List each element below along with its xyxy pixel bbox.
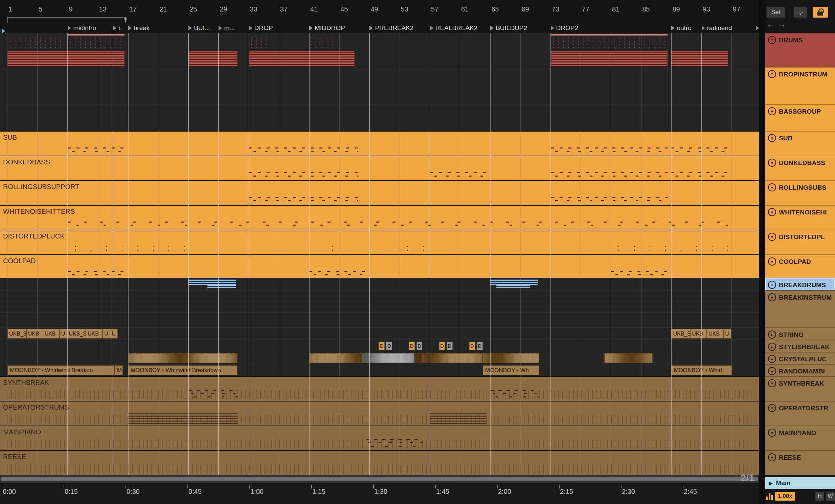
clip-d-gray[interactable]: D <box>477 342 483 350</box>
clip-mlabel[interactable]: MOONBOY - Wh <box>483 365 539 375</box>
horizontal-scrollbar[interactable] <box>0 475 759 483</box>
track-lane-bassgroup[interactable] <box>0 104 759 131</box>
clip-red-line[interactable] <box>68 34 124 36</box>
clip-ukb[interactable]: U <box>60 329 67 339</box>
clip-ukb[interactable]: UKB_S <box>67 329 86 339</box>
clip-dots[interactable] <box>400 245 426 253</box>
track-lane-breakinstrum[interactable] <box>0 290 759 328</box>
clip-wave[interactable] <box>128 353 238 363</box>
clip-marks[interactable] <box>551 145 668 154</box>
track-lane-breakdrums[interactable] <box>0 278 759 290</box>
clip-red-line[interactable] <box>551 34 668 36</box>
group-fold-icon[interactable]: ≡ <box>768 107 776 115</box>
clip-wave[interactable] <box>415 353 483 363</box>
track-lane-reese[interactable]: REESE <box>0 450 759 475</box>
track-fold-icon[interactable]: ▾ <box>768 134 776 142</box>
clip-red-dense[interactable] <box>671 51 728 66</box>
sidebar-track-rollingsubs[interactable]: ▾ROLLINGSUBS <box>765 180 835 205</box>
clip-d-tan[interactable]: D <box>379 342 385 350</box>
clip-d-gray[interactable]: D <box>386 342 392 350</box>
track-lane-whitenoisehitters[interactable]: WHITENOISEHITTERS <box>0 205 759 230</box>
sidebar-track-randomambi[interactable]: ▸RANDOMAMBI <box>765 364 835 376</box>
clip-red-dense[interactable] <box>551 51 668 66</box>
clip-mlabel[interactable]: MOONBOY - Whirl <box>671 365 731 375</box>
clip-marks[interactable] <box>671 145 728 154</box>
clip-ukb[interactable]: U <box>103 329 110 339</box>
zoom-level-selector[interactable]: 1.00x <box>775 492 795 501</box>
clip-marks-sparse[interactable] <box>68 219 728 229</box>
clip-marks[interactable] <box>68 145 124 154</box>
expand-icon[interactable]: ↔ <box>794 7 807 18</box>
clip-notes[interactable] <box>366 438 422 449</box>
track-fold-icon[interactable]: ▾ <box>768 233 776 241</box>
track-lane-operatorstrums[interactable]: OPERATORSTRUMS <box>0 401 759 425</box>
width-zoom-button[interactable]: W <box>826 492 835 501</box>
clip-marks[interactable] <box>430 170 487 179</box>
track-lane-crystalpluc[interactable] <box>0 352 759 364</box>
clip-ukb[interactable]: U <box>110 329 117 339</box>
track-lane-string[interactable]: UKB_SUKBUKBUUKB_SUKBUUUKB_SUKBUKBU <box>0 328 759 340</box>
main-track-row[interactable]: ▶ Main <box>765 477 835 489</box>
clip-d-gray[interactable]: D <box>447 342 453 350</box>
clip-wave[interactable] <box>604 353 653 363</box>
clip-hstr[interactable] <box>430 413 487 424</box>
history-back-button[interactable]: ← <box>766 20 775 29</box>
track-lane-distortedpluck[interactable]: DISTORTEDPLUCK <box>0 230 759 254</box>
sidebar-track-crystalpluc[interactable]: ▸CRYSTALPLUC <box>765 352 835 364</box>
clip-d-tan[interactable]: D <box>439 342 445 350</box>
clip-marks[interactable] <box>249 145 358 154</box>
clip-red-dense[interactable] <box>7 51 124 66</box>
clip-wave-gray[interactable] <box>362 353 415 363</box>
clip-ukb[interactable]: UKB <box>43 329 60 339</box>
sidebar-track-bassgroup[interactable]: ≡BASSGROUP <box>765 104 835 131</box>
height-zoom-button[interactable]: H <box>815 492 824 501</box>
track-lane-drums[interactable] <box>0 33 759 67</box>
track-lane-stylishbreak[interactable]: DDDDDDDD <box>0 340 759 352</box>
clip-marks[interactable] <box>309 269 366 278</box>
sidebar-track-dropinstrum[interactable]: ≡DROPINSTRUM <box>765 67 835 104</box>
clip-hstr[interactable] <box>128 413 238 424</box>
clip-red-dense[interactable] <box>188 51 238 66</box>
clip-dots[interactable] <box>611 245 728 253</box>
clip-wave[interactable] <box>483 353 539 363</box>
clip-red-sparse[interactable] <box>551 37 668 49</box>
sidebar-track-string[interactable]: ▸STRING <box>765 328 835 340</box>
clip-red-sparse[interactable] <box>7 37 64 49</box>
track-fold-icon[interactable]: ▾ <box>768 428 776 437</box>
track-fold-icon[interactable]: ▾ <box>768 208 776 216</box>
clip-red-sparse[interactable] <box>68 37 124 49</box>
sidebar-track-synthbreak[interactable]: ▾SYNTHBREAK <box>765 376 835 401</box>
clip-notes[interactable] <box>490 388 537 400</box>
clip-mlabel[interactable]: MOONBOY - Whirlwind Breakdown <box>128 365 238 375</box>
history-forward-button[interactable]: → <box>777 20 786 29</box>
track-lane-coolpad[interactable]: COOLPAD <box>0 254 759 278</box>
sidebar-track-breakdrums[interactable]: ≡BREAKDRUMS <box>765 278 835 290</box>
lock-button[interactable] <box>813 7 828 18</box>
track-fold-icon[interactable]: ▾ <box>768 257 776 266</box>
track-lane-dropinstrum[interactable] <box>0 67 759 104</box>
clip-marks[interactable] <box>249 194 358 204</box>
sidebar-track-stylishbreak[interactable]: ▸STYLISHBREAK <box>765 340 835 352</box>
track-lane-mainpiano[interactable]: MAINPIANO <box>0 425 759 450</box>
sidebar-track-donkedbass[interactable]: ▾DONKEDBASS <box>765 155 835 180</box>
group-fold-icon[interactable]: ≡ <box>768 36 776 44</box>
clip-marks[interactable] <box>68 269 124 278</box>
track-lane-randomambi[interactable]: MOONBOY - Whirlwind BreakdoMMOONBOY - Wh… <box>0 364 759 376</box>
clip-ukb[interactable]: UKB <box>86 329 103 339</box>
clip-d-gray[interactable]: D <box>416 342 423 350</box>
play-icon[interactable]: ▸ <box>768 331 776 339</box>
clip-marks[interactable] <box>551 170 668 179</box>
sidebar-track-mainpiano[interactable]: ▾MAINPIANO <box>765 425 835 450</box>
group-fold-icon[interactable]: ≡ <box>768 281 776 289</box>
sidebar-track-sub[interactable]: ▾SUB <box>765 131 835 155</box>
sidebar-track-coolpad[interactable]: ▾COOLPAD <box>765 254 835 278</box>
clip-ukb[interactable]: UKB_S <box>671 329 690 339</box>
track-lane-sub[interactable]: SUB <box>0 131 759 155</box>
clip-marks[interactable] <box>249 170 358 179</box>
clip-d-tan[interactable]: D <box>469 342 475 350</box>
track-lane-donkedbass[interactable]: DONKEDBASS <box>0 155 759 180</box>
clip-blue[interactable] <box>490 279 537 285</box>
clip-dots[interactable] <box>309 245 339 253</box>
arrangement-area[interactable]: 1591317212529333741454953576165697377818… <box>0 0 759 504</box>
sidebar-track-whitenoisehitters[interactable]: ▾WHITENOISEHI <box>765 205 835 230</box>
